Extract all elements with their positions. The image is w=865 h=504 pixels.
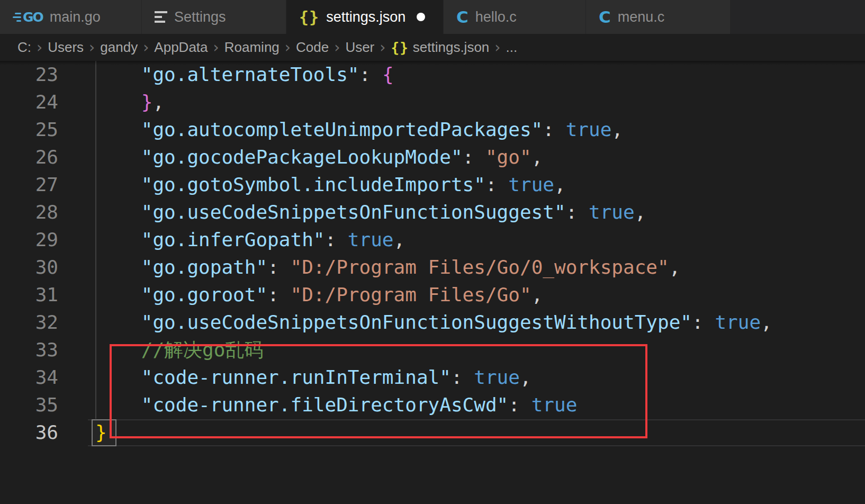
- token-comment: //解决go乱码: [141, 339, 264, 361]
- breadcrumb-item--[interactable]: ...: [506, 39, 518, 56]
- token-ws: [95, 256, 141, 278]
- go-icon: GO: [13, 10, 43, 25]
- line-number: 24: [0, 88, 95, 116]
- breadcrumb-item-settings-json[interactable]: {}settings.json: [391, 39, 489, 56]
- token-key: "code-runner.fileDirectoryAsCwd": [141, 394, 509, 416]
- token-punc: :: [359, 64, 382, 85]
- token-punc: :: [325, 229, 347, 250]
- code-line-24[interactable]: },: [95, 88, 865, 116]
- token-ws: [95, 339, 141, 361]
- tab-label: hello.c: [475, 9, 517, 25]
- token-ws: [95, 201, 141, 223]
- editor[interactable]: 2324252627282930313233343536 "go.alterna…: [0, 61, 865, 504]
- token-brace2: }: [141, 91, 153, 113]
- token-punc: ,: [531, 146, 543, 168]
- breadcrumb-label: gandy: [100, 39, 138, 56]
- token-key: "go.inferGopath": [141, 229, 325, 250]
- token-bool: true: [508, 174, 554, 195]
- token-ws: [95, 146, 141, 168]
- code-line-32[interactable]: "go.useCodeSnippetsOnFunctionSuggestWith…: [95, 309, 865, 336]
- code-line-30[interactable]: "go.gopath": "D:/Program Files/Go/0_work…: [95, 254, 865, 281]
- line-number: 33: [0, 336, 95, 364]
- token-ws: [95, 119, 141, 140]
- breadcrumb-label: settings.json: [413, 39, 490, 56]
- code-line-29[interactable]: "go.inferGopath": true,: [95, 226, 865, 254]
- token-punc: :: [451, 366, 474, 388]
- token-str: "D:/Program Files/Go/0_workspace": [290, 256, 669, 278]
- chevron-right-icon: ›: [329, 39, 345, 56]
- chevron-right-icon: ›: [280, 39, 296, 56]
- breadcrumb-item-gandy[interactable]: gandy: [100, 39, 138, 56]
- token-punc: ,: [635, 201, 646, 223]
- modified-dot: [417, 13, 425, 21]
- json-braces: {}: [299, 8, 319, 26]
- tab-label: Settings: [174, 9, 226, 25]
- token-punc: ,: [669, 256, 681, 278]
- token-punc: :: [463, 146, 485, 168]
- token-punc: ,: [394, 229, 406, 250]
- c-icon: C: [599, 7, 611, 26]
- code-line-33[interactable]: //解决go乱码: [95, 336, 865, 364]
- breadcrumb-item-AppData[interactable]: AppData: [154, 39, 208, 56]
- breadcrumb-item-Users[interactable]: Users: [48, 39, 84, 56]
- go-word: GO: [23, 10, 43, 25]
- code-line-35[interactable]: "code-runner.fileDirectoryAsCwd": true: [95, 391, 865, 419]
- breadcrumb-item-C-[interactable]: C:: [17, 39, 31, 56]
- tab-bar: GOmain.goSettings{}settings.jsonChello.c…: [0, 0, 865, 34]
- code-line-25[interactable]: "go.autocompleteUnimportedPackages": tru…: [95, 116, 865, 143]
- code-line-36[interactable]: }: [95, 419, 865, 446]
- breadcrumb-item-Roaming[interactable]: Roaming: [224, 39, 280, 56]
- tab-label: menu.c: [618, 9, 665, 25]
- line-number: 34: [0, 364, 95, 391]
- tab-Settings[interactable]: Settings: [142, 0, 286, 34]
- line-number: 29: [0, 226, 95, 254]
- chevron-right-icon: ›: [489, 39, 506, 56]
- code-line-28[interactable]: "go.useCodeSnippetsOnFunctionSuggest": t…: [95, 199, 865, 226]
- tab-hello.c[interactable]: Chello.c: [444, 0, 585, 34]
- token-bool: true: [715, 311, 761, 333]
- token-ws: [95, 229, 141, 250]
- token-str: "go": [485, 146, 531, 168]
- code-line-23[interactable]: "go.alternateTools": {: [95, 61, 865, 88]
- tab-main.go[interactable]: GOmain.go: [0, 0, 141, 34]
- token-key: "go.goroot": [141, 284, 267, 305]
- tab-menu.c[interactable]: Cmenu.c: [586, 0, 730, 34]
- token-punc: :: [267, 284, 290, 305]
- tab-settings.json[interactable]: {}settings.json: [286, 0, 443, 34]
- token-ws: [95, 64, 141, 85]
- chevron-right-icon: ›: [84, 39, 100, 56]
- line-number: 32: [0, 309, 95, 336]
- tab-label: settings.json: [326, 9, 406, 25]
- line-number: 25: [0, 116, 95, 143]
- chevron-right-icon: ›: [208, 39, 224, 56]
- code-line-31[interactable]: "go.goroot": "D:/Program Files/Go",: [95, 281, 865, 309]
- breadcrumb-label: Code: [296, 39, 329, 56]
- token-punc: ,: [554, 174, 566, 195]
- token-ws: [95, 174, 141, 195]
- token-key: "go.alternateTools": [141, 64, 359, 85]
- json-icon: {}: [299, 8, 319, 26]
- token-punc: :: [267, 256, 290, 278]
- code-line-27[interactable]: "go.gotoSymbol.includeImports": true,: [95, 171, 865, 199]
- line-number: 30: [0, 254, 95, 281]
- settings-bars: [155, 11, 167, 23]
- code-area[interactable]: "go.alternateTools": { }, "go.autocomple…: [95, 61, 865, 446]
- token-punc: ,: [152, 91, 164, 113]
- chevron-right-icon: ›: [374, 39, 391, 56]
- token-bool: true: [348, 229, 394, 250]
- go-logo: GO: [13, 10, 43, 25]
- breadcrumb-item-Code[interactable]: Code: [296, 39, 329, 56]
- code-line-34[interactable]: "code-runner.runInTerminal": true,: [95, 364, 865, 391]
- token-bool: true: [531, 394, 578, 416]
- breadcrumb-label: C:: [17, 39, 31, 56]
- breadcrumb-item-User[interactable]: User: [345, 39, 374, 56]
- code-line-26[interactable]: "go.gocodePackageLookupMode": "go",: [95, 143, 865, 171]
- token-punc: ,: [520, 366, 531, 388]
- token-ws: [95, 394, 141, 416]
- json-braces: {}: [391, 40, 408, 56]
- token-bool: true: [474, 366, 520, 388]
- token-key: "go.gocodePackageLookupMode": [141, 146, 463, 168]
- token-brace1: }: [95, 421, 107, 443]
- token-punc: ,: [761, 311, 772, 333]
- breadcrumb-label: User: [345, 39, 374, 56]
